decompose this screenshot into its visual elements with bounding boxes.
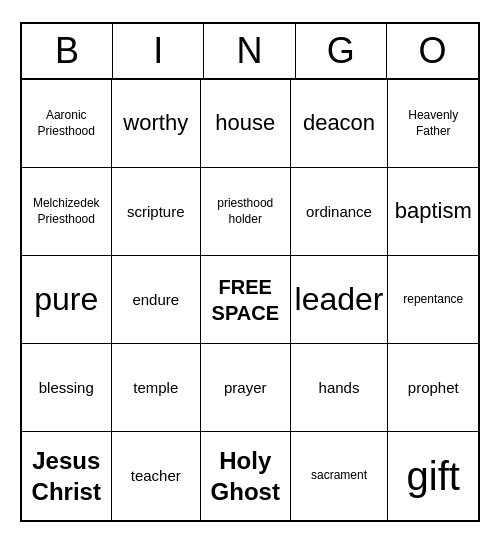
bingo-cell: priesthood holder (201, 168, 291, 256)
bingo-cell: teacher (112, 432, 202, 520)
bingo-cell: FREE SPACE (201, 256, 291, 344)
header-letter: O (387, 24, 478, 78)
cell-text: Melchizedek Priesthood (26, 196, 107, 227)
bingo-cell: Heavenly Father (388, 80, 478, 168)
header-letter: N (204, 24, 295, 78)
cell-text: Holy Ghost (205, 445, 286, 507)
cell-text: priesthood holder (205, 196, 286, 227)
cell-text: endure (132, 290, 179, 310)
bingo-cell: scripture (112, 168, 202, 256)
bingo-header: BINGO (22, 24, 478, 80)
cell-text: blessing (39, 378, 94, 398)
header-letter: I (113, 24, 204, 78)
bingo-cell: Jesus Christ (22, 432, 112, 520)
bingo-cell: ordinance (291, 168, 389, 256)
bingo-cell: temple (112, 344, 202, 432)
cell-text: pure (34, 279, 98, 321)
cell-text: Jesus Christ (26, 445, 107, 507)
bingo-cell: blessing (22, 344, 112, 432)
bingo-cell: endure (112, 256, 202, 344)
cell-text: gift (407, 450, 460, 502)
header-letter: B (22, 24, 113, 78)
cell-text: teacher (131, 466, 181, 486)
cell-text: deacon (303, 109, 375, 138)
bingo-card: BINGO Aaronic Priesthoodworthyhousedeaco… (20, 22, 480, 522)
bingo-cell: deacon (291, 80, 389, 168)
bingo-cell: hands (291, 344, 389, 432)
cell-text: ordinance (306, 202, 372, 222)
bingo-cell: Aaronic Priesthood (22, 80, 112, 168)
cell-text: baptism (395, 197, 472, 226)
bingo-cell: pure (22, 256, 112, 344)
cell-text: Aaronic Priesthood (26, 108, 107, 139)
bingo-cell: prophet (388, 344, 478, 432)
cell-text: Heavenly Father (392, 108, 474, 139)
bingo-cell: Melchizedek Priesthood (22, 168, 112, 256)
bingo-cell: baptism (388, 168, 478, 256)
cell-text: sacrament (311, 468, 367, 484)
bingo-cell: prayer (201, 344, 291, 432)
cell-text: house (215, 109, 275, 138)
bingo-cell: gift (388, 432, 478, 520)
cell-text: prophet (408, 378, 459, 398)
bingo-cell: worthy (112, 80, 202, 168)
cell-text: worthy (123, 109, 188, 138)
cell-text: temple (133, 378, 178, 398)
cell-text: FREE SPACE (205, 274, 286, 326)
cell-text: repentance (403, 292, 463, 308)
cell-text: prayer (224, 378, 267, 398)
header-letter: G (296, 24, 387, 78)
bingo-cell: Holy Ghost (201, 432, 291, 520)
bingo-cell: sacrament (291, 432, 389, 520)
bingo-cell: house (201, 80, 291, 168)
bingo-cell: leader (291, 256, 389, 344)
cell-text: scripture (127, 202, 185, 222)
cell-text: hands (319, 378, 360, 398)
bingo-grid: Aaronic PriesthoodworthyhousedeaconHeave… (22, 80, 478, 520)
bingo-cell: repentance (388, 256, 478, 344)
cell-text: leader (295, 279, 384, 321)
